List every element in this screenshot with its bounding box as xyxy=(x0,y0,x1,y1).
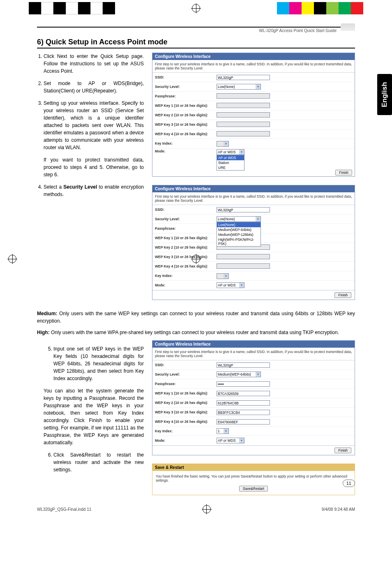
security-option[interactable]: Medium(WEP-128bits) xyxy=(217,232,261,237)
wep3-label: WEP Key 3 (10 or 26 hex digits): xyxy=(155,255,217,259)
wep2-label: WEP Key 2 (10 or 26 hex digits): xyxy=(155,401,217,405)
finish-button[interactable]: Finish xyxy=(334,448,351,453)
keyidx-select[interactable]: 1▼ xyxy=(217,428,229,434)
mode-label: Mode: xyxy=(155,438,217,443)
step-4: Select a Security Level to enable encryp… xyxy=(44,183,144,198)
product-title: WL-320gP Access Point Quick Start Guide xyxy=(259,28,337,33)
save-panel-desc: You have finished the basic setting. You… xyxy=(152,471,355,486)
mode-option[interactable]: Station xyxy=(217,160,244,165)
keyidx-label: Key Index: xyxy=(155,274,217,278)
save-panel-title: Save & Restart xyxy=(152,464,355,471)
mode-dropdown: AP or WDS Station URE xyxy=(217,155,244,171)
section-title: 6) Quick Setup in Access Point mode xyxy=(37,38,355,48)
print-color-blocks-right xyxy=(277,2,363,14)
step-5: Input one set of WEP keys in the WEP Key… xyxy=(53,345,144,382)
registration-mark-icon xyxy=(8,255,16,263)
step-3: Setting up your wireless interface. Spec… xyxy=(44,99,144,151)
wep3-input[interactable]: BB3FFC3CB4 xyxy=(217,410,270,415)
step-1: Click Next to enter the Quick Setup page… xyxy=(44,53,144,75)
chevron-down-icon: ▼ xyxy=(224,141,228,146)
save-restart-button[interactable]: Save&Restart xyxy=(239,486,268,491)
security-option[interactable]: High(WPA-PSK/WPA2-PSK) xyxy=(217,237,261,246)
chevron-down-icon: ▼ xyxy=(224,274,228,279)
security-option[interactable]: Low(None) xyxy=(217,222,261,227)
keyidx-select[interactable]: ▼ xyxy=(217,273,229,279)
panel-desc: First step to set your wireless interfac… xyxy=(152,192,355,205)
passphrase-label: Passphrase: xyxy=(155,382,217,386)
seclevel-label: Security Level: xyxy=(155,85,217,89)
security-select[interactable]: Low(None)▼ xyxy=(217,84,261,90)
step-2: Set mode to AP or WDS(Bridge), Station(C… xyxy=(44,80,144,95)
security-dropdown: Low(None) Medium(WEP-64bits) Medium(WEP-… xyxy=(217,222,261,247)
registration-mark-icon xyxy=(203,505,211,513)
chevron-down-icon: ▼ xyxy=(256,84,261,89)
mode-label: Mode: xyxy=(155,283,217,287)
wep4-label: WEP Key 4 (10 or 26 hex digits): xyxy=(155,420,217,424)
wep2-label: WEP Key 2 (10 or 26 hex digits): xyxy=(155,245,217,249)
config-panel-security: Configure Wireless Interface First step … xyxy=(152,185,355,300)
mode-select[interactable]: AP or WDS▼ xyxy=(217,438,244,443)
high-description: High: Only users with the same WPA pre-s… xyxy=(37,329,355,336)
ssid-input[interactable]: WL320gP xyxy=(217,75,270,80)
finish-button[interactable]: Finish xyxy=(334,292,351,298)
seclevel-label: Security Level: xyxy=(155,372,217,376)
wep4-label: WEP Key 4 (10 or 26 hex digits): xyxy=(155,264,217,268)
chevron-down-icon: ▼ xyxy=(256,372,261,377)
mode-option[interactable]: AP or WDS xyxy=(217,155,244,160)
page-number: 11 xyxy=(343,480,355,487)
panel-title: Configure Wireless Interface xyxy=(152,53,355,60)
security-select[interactable]: Medium(WEP-64bits)▼ xyxy=(217,371,261,377)
page-header: WL-320gP Access Point Quick Start Guide xyxy=(37,27,355,33)
chevron-down-icon: ▼ xyxy=(239,438,244,443)
panel-desc: First step to set your wireless interfac… xyxy=(152,60,355,73)
ssid-label: SSID: xyxy=(155,208,217,212)
chevron-down-icon: ▼ xyxy=(256,217,261,222)
wep3-input[interactable] xyxy=(217,254,270,259)
security-option[interactable]: Medium(WEP-64bits) xyxy=(217,227,261,232)
keyidx-select[interactable]: ▼ xyxy=(217,141,229,147)
panel-desc: First step to set your wireless interfac… xyxy=(152,348,355,360)
wep1-label: WEP Key 1 (10 or 26 hex digits): xyxy=(155,236,217,240)
panel-title: Configure Wireless Interface xyxy=(152,185,355,192)
wep2-input[interactable]: 612B764C8B xyxy=(217,400,270,406)
chevron-down-icon: ▼ xyxy=(224,429,228,434)
wep3-label: WEP Key 3 (10 or 26 hex digits): xyxy=(155,410,217,414)
config-panel-wep: Configure Wireless Interface First step … xyxy=(152,340,355,455)
passphrase-label: Passphrase: xyxy=(155,226,217,231)
ssid-input[interactable]: WL320gP xyxy=(217,207,270,212)
medium-description: Medium: Only users with the same WEP key… xyxy=(37,310,355,325)
wep3-label: WEP Key 3 (10 or 26 hex digits): xyxy=(155,122,217,127)
config-panel-mode: Configure Wireless Interface First step … xyxy=(152,53,355,177)
mode-select[interactable]: AP or WDS▼ xyxy=(217,282,244,288)
wep3-input[interactable] xyxy=(217,122,270,127)
passphrase-input[interactable]: ••••• xyxy=(217,381,270,387)
wep4-input[interactable] xyxy=(217,131,270,136)
wep1-input[interactable]: B7CA326539 xyxy=(217,391,270,396)
ssid-input[interactable]: WL320gP xyxy=(217,362,270,368)
mode-option[interactable]: URE xyxy=(217,165,244,170)
security-select[interactable]: Low(None)▼ xyxy=(217,216,261,222)
print-color-blocks-left xyxy=(29,2,115,14)
passphrase-label: Passphrase: xyxy=(155,94,217,98)
seclevel-label: Security Level: xyxy=(155,217,217,221)
registration-mark-icon xyxy=(192,4,200,12)
wep1-input[interactable] xyxy=(217,103,270,108)
ssid-label: SSID: xyxy=(155,75,217,79)
step-6: Click Save&Restart to restart the wirele… xyxy=(53,451,144,473)
keyidx-label: Key Index: xyxy=(155,141,217,145)
wep1-label: WEP Key 1 (10 or 26 hex digits): xyxy=(155,391,217,395)
mode-label: Mode: xyxy=(155,149,217,153)
panel-title: Configure Wireless Interface xyxy=(152,341,355,348)
wep2-input[interactable] xyxy=(217,112,270,118)
wep1-label: WEP Key 1 (10 or 26 hex digits): xyxy=(155,104,217,108)
wep4-input[interactable]: E6479008EF xyxy=(217,419,270,425)
passphrase-input[interactable] xyxy=(217,93,270,99)
footer-datetime: 9/4/08 9:24:48 AM xyxy=(322,507,355,512)
finish-button[interactable]: Finish xyxy=(335,170,352,175)
language-tab: English xyxy=(377,74,392,115)
registration-mark-icon xyxy=(192,255,200,263)
step-3-extra: If you want to protect transmitted data,… xyxy=(44,156,144,178)
mode-select[interactable]: AP or WDS▼ xyxy=(217,149,244,155)
wep4-input[interactable] xyxy=(217,263,270,269)
keyidx-label: Key Index: xyxy=(155,429,217,433)
